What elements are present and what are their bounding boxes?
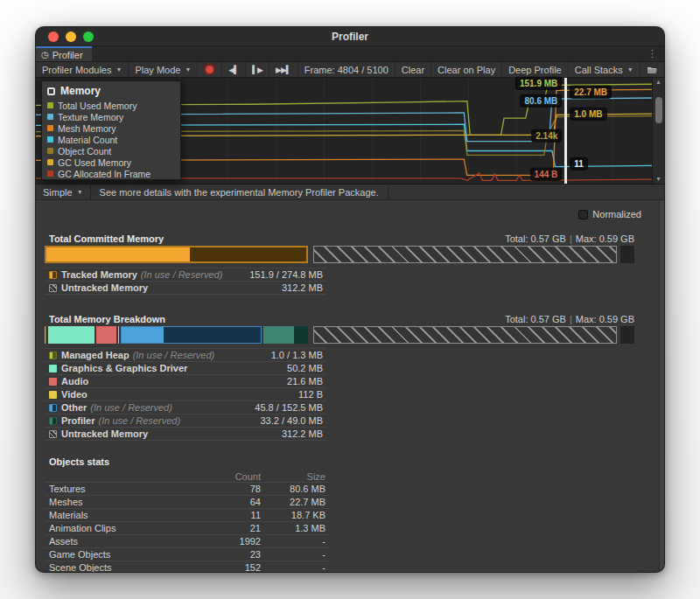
object-size: 22.7 MB	[261, 497, 329, 507]
series-color-chip	[47, 125, 53, 131]
profiler-window: Profiler ◷ Profiler ⋮ Profiler Modules ▼…	[35, 26, 665, 573]
object-name: Assets	[45, 536, 200, 547]
module-legend-item[interactable]: GC Allocated In Frame	[47, 168, 175, 179]
legend-sublabel: (In use / Reserved)	[141, 269, 223, 280]
scroll-up-icon[interactable]: ▲	[655, 78, 662, 87]
section-title: Total Committed Memory	[45, 233, 164, 244]
committed-memory-bar	[45, 246, 634, 263]
memory-profiler-package-hint: See more details with the experimental M…	[91, 185, 388, 199]
legend-color-chip	[49, 391, 57, 399]
open-folder-icon	[647, 65, 658, 74]
tabbar-overflow-menu-icon[interactable]: ⋮	[640, 46, 664, 61]
objects-stats-table: Count Size Textures7880.6 MBMeshes6422.7…	[45, 470, 329, 573]
total-max-readout: Total: 0.57 GB|Max: 0.59 GB	[505, 314, 634, 324]
module-legend-item[interactable]: Total Used Memory	[47, 100, 175, 111]
clear-button[interactable]: Clear	[396, 62, 431, 77]
legend-label: Tracked Memory	[61, 269, 137, 280]
series-label: Total Used Memory	[58, 101, 136, 111]
chart-value-label: 1.0 MB	[570, 108, 606, 121]
current-frame-button[interactable]: ▶▶▍	[270, 62, 298, 77]
stopwatch-icon: ◷	[41, 50, 49, 59]
module-legend-item[interactable]: GC Used Memory	[47, 157, 175, 168]
chart-value-label: 144 B	[530, 168, 563, 181]
legend-value: 45.8 / 152.5 MB	[255, 402, 326, 413]
bar-segment-managed-heap	[45, 326, 46, 344]
record-button[interactable]	[198, 62, 222, 77]
legend-color-chip	[49, 417, 57, 425]
detail-scrollbar[interactable]	[659, 200, 664, 573]
chevron-down-icon: ▼	[185, 66, 191, 73]
object-count: 152	[200, 562, 261, 573]
module-legend-item[interactable]: Material Count	[47, 134, 175, 145]
bar-segment-graphics-graphics-driver	[48, 326, 94, 344]
tab-profiler[interactable]: ◷ Profiler	[36, 46, 92, 61]
module-legend-item[interactable]: Texture Memory	[47, 111, 175, 122]
series-color-chip	[47, 114, 53, 120]
memory-module-panel: Memory Total Used MemoryTexture MemoryMe…	[41, 80, 181, 180]
call-stacks-dropdown[interactable]: Call Stacks ▼	[569, 62, 640, 77]
normalized-checkbox[interactable]	[578, 210, 588, 219]
legend-value: 151.9 / 274.8 MB	[249, 269, 326, 280]
memory-legend-row: Graphics & Graphics Driver50.2 MB	[45, 362, 326, 375]
previous-frame-button[interactable]: ◀▍	[222, 62, 246, 77]
count-column-header: Count	[200, 471, 261, 482]
chart-scrollbar[interactable]: ▲ ▼	[652, 78, 664, 184]
bar-segment-audio	[96, 326, 116, 344]
legend-label: Other	[61, 402, 87, 413]
legend-label: Audio	[61, 376, 88, 387]
bar-endcap	[620, 326, 634, 344]
chart-value-label: 22.7 MB	[570, 86, 612, 99]
bar-segment-other	[121, 326, 262, 344]
previous-frame-icon: ◀▍	[228, 66, 239, 74]
segment-in-use-fill	[263, 326, 294, 344]
memory-breakdown-bar	[45, 326, 634, 344]
untracked-memory-bar-segment	[313, 246, 617, 263]
objects-stats-header: Count Size	[45, 470, 329, 483]
legend-label: Managed Heap	[61, 350, 130, 360]
tab-bar: ◷ Profiler ⋮	[36, 46, 664, 62]
legend-label: Untracked Memory	[61, 282, 148, 293]
table-row: Meshes6422.7 MB	[45, 496, 329, 509]
memory-legend-row: Profiler(In use / Reserved)33.2 / 49.0 M…	[45, 414, 326, 428]
legend-color-chip	[49, 271, 57, 279]
deep-profile-button[interactable]: Deep Profile	[502, 62, 569, 77]
table-row: Textures7880.6 MB	[45, 483, 329, 496]
selected-frame-line[interactable]	[564, 78, 567, 184]
chevron-down-icon: ▼	[77, 189, 83, 195]
object-size: -	[261, 549, 329, 560]
series-color-chip	[47, 136, 53, 143]
tab-label: Profiler	[52, 50, 83, 60]
frame-counter: Frame: 4804 / 5100	[298, 62, 396, 77]
segment-in-use-fill	[122, 327, 164, 343]
object-size: 18.7 KB	[261, 510, 329, 520]
detail-view-toolbar: Simple ▼ See more details with the exper…	[36, 185, 664, 200]
profiler-modules-dropdown[interactable]: Profiler Modules ▼	[36, 62, 129, 77]
module-legend-item[interactable]: Object Count	[47, 145, 175, 157]
window-title: Profiler	[36, 31, 664, 43]
play-mode-dropdown[interactable]: Play Mode ▼	[129, 62, 198, 77]
chart-value-label: 2.14k	[531, 129, 562, 142]
chart-scrollbar-thumb[interactable]	[655, 97, 662, 123]
chart-value-label: 11	[570, 157, 588, 171]
scroll-down-icon[interactable]: ▼	[655, 175, 662, 184]
tracked-memory-bar-segment	[45, 246, 308, 263]
memory-legend-row: Video112 B	[45, 388, 326, 401]
view-mode-dropdown[interactable]: Simple ▼	[36, 185, 91, 199]
memory-chart[interactable]: 151.9 MB22.7 MB80.6 MB1.0 MB2.14k11144 B…	[36, 78, 664, 185]
total-max-readout: Total: 0.57 GB|Max: 0.59 GB	[505, 233, 634, 244]
table-row: Materials1118.7 KB	[45, 509, 329, 522]
clear-on-play-button[interactable]: Clear on Play	[431, 62, 502, 77]
series-color-chip	[47, 102, 53, 108]
bar-endcap	[620, 246, 634, 263]
load-profile-button[interactable]	[640, 62, 665, 77]
legend-color-chip	[49, 430, 57, 438]
chart-value-label: 80.6 MB	[520, 94, 562, 107]
bar-segment-profiler	[263, 326, 308, 344]
legend-label: Graphics & Graphics Driver	[61, 363, 187, 373]
module-legend-item[interactable]: Mesh Memory	[47, 122, 175, 134]
tracked-in-use-fill	[46, 247, 190, 261]
memory-legend-row: Tracked Memory(In use / Reserved)151.9 /…	[45, 268, 326, 282]
record-icon	[204, 64, 215, 75]
next-frame-button[interactable]: ▍▶	[246, 62, 270, 77]
last-frame-icon: ▶▶▍	[276, 66, 291, 74]
